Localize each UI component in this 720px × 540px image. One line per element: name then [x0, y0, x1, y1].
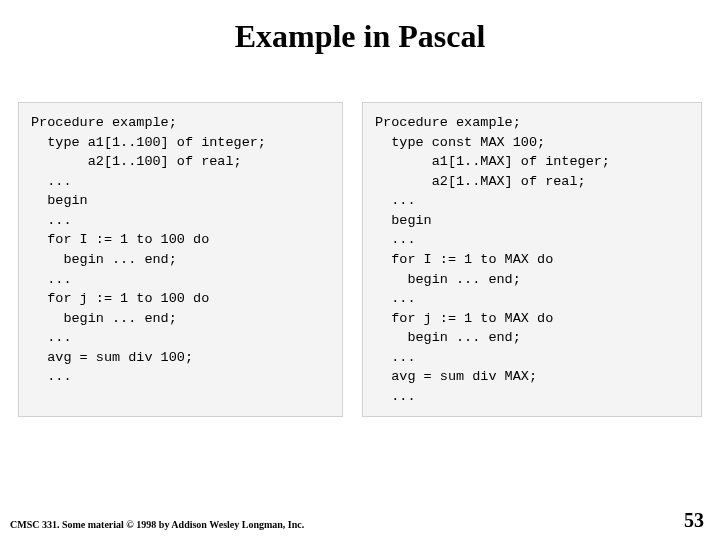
footer-copyright: CMSC 331. Some material © 1998 by Addiso…: [10, 519, 304, 530]
code-block-right: Procedure example; type const MAX 100; a…: [362, 102, 702, 417]
code-block-left: Procedure example; type a1[1..100] of in…: [18, 102, 343, 417]
slide-title: Example in Pascal: [0, 0, 720, 67]
content-area: Procedure example; type a1[1..100] of in…: [0, 67, 720, 417]
page-number: 53: [684, 509, 704, 532]
slide: Example in Pascal Procedure example; typ…: [0, 0, 720, 540]
